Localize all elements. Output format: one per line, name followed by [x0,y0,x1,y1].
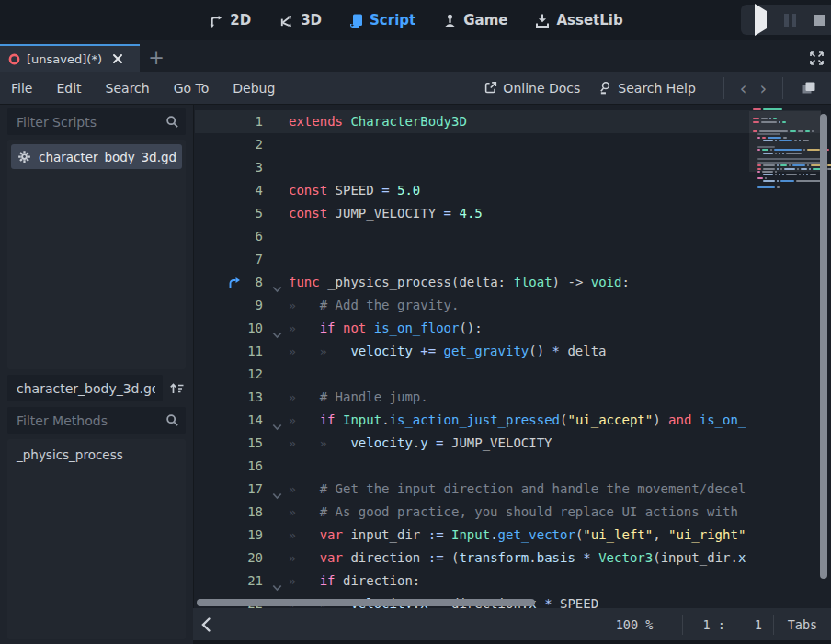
minimap-line-pill [763,140,773,141]
indent-mode-button[interactable]: Tabs [774,617,831,632]
minimap-line-pill [784,168,795,170]
menu-edit[interactable]: Edit [56,81,94,96]
code-line-16: 16 [195,455,750,478]
minimap-line-pill [777,180,779,182]
token-kw: extends [289,114,350,129]
minimap-line-pill [753,130,757,132]
menu-file[interactable]: File [11,81,45,96]
minimap-line-pill [762,171,773,173]
workspace-label: AssetLib [556,12,622,28]
minimap-line-pill [812,130,814,132]
menu-search[interactable]: Search [106,81,163,96]
distraction-free-icon[interactable] [809,51,825,70]
search-help-button[interactable]: Search Help [598,81,695,96]
workspace-label: Game [463,12,507,28]
token-base: SPEED [336,183,382,198]
code-line-20: 20»var direction := (transform.basis * V… [195,547,750,570]
tab-label: [unsaved](*) [27,52,102,66]
token-type: CharacterBody3D [350,114,466,129]
scripts-panel-toggle-icon[interactable] [792,80,824,96]
script-list-item[interactable]: character_body_3d.gd [11,144,182,169]
minimap-line-pill [807,149,821,151]
token-base: . [413,435,420,450]
token-type: Vector3 [598,550,653,565]
history-back-icon[interactable]: ‹ [734,78,754,98]
sort-scripts-icon[interactable] [166,377,188,400]
token-base: . [730,550,737,565]
token-base: , [653,527,668,542]
minimap-line-pill [757,177,762,179]
minimap-line-pill [827,168,831,170]
method-list-item[interactable]: _physics_process [7,439,186,466]
token-base: () [529,344,552,358]
minimap-line-pill [763,180,776,182]
code-text: »# Get the input direction and handle th… [289,478,746,501]
token-base: : [413,573,420,588]
history-forward-icon[interactable]: › [753,78,773,98]
code-text: »# As good practice, you should replace … [289,501,738,524]
menu-debug[interactable]: Debug [233,81,288,96]
script-path-field[interactable] [7,375,163,401]
minimap-line-pill [807,164,809,166]
script-name: character_body_3d.gd [39,150,176,164]
minimap-line-pill [765,177,767,179]
tab-indent-marker: » [289,547,320,570]
editor-zoom-value[interactable]: 100 % [586,617,682,632]
token-kw: const [289,206,336,220]
tab-indent-marker: » [289,570,320,593]
vertical-scrollbar[interactable] [820,114,827,579]
token-member: x [738,550,746,565]
token-base: ) [653,412,668,427]
menu-go-to[interactable]: Go To [174,81,222,96]
tab-indent-marker: » [289,478,320,501]
token-base: delta [567,344,606,358]
token-base: JUMP_VELOCITY [451,435,552,450]
filter-methods-input[interactable] [7,407,186,434]
tab-close-icon[interactable] [112,53,123,64]
token-op: * [552,344,568,358]
editor-status-bar: 100 % 1 : 1 Tabs [193,608,831,640]
workspace-tab-2d[interactable]: 2D [208,12,251,28]
token-str: "ui_accept" [567,412,653,427]
collapse-sidebar-chevron-icon[interactable] [200,616,212,633]
code-line-12: 12 [195,363,750,386]
minimap-line-pill [803,149,805,151]
minimap-line-pill [757,168,761,170]
workspace-tab-script[interactable]: Script [349,12,416,28]
tab-indent-marker: » [289,317,320,340]
play-button[interactable] [755,11,767,28]
tab-unsaved-script[interactable]: [unsaved](*) [0,44,140,72]
code-editor[interactable]: 1extends CharacterBody3D234const SPEED =… [193,105,831,608]
new-script-tab-button[interactable]: + [145,48,167,70]
code-line-17: 17»# Get the input direction and handle … [195,478,750,501]
online-docs-button[interactable]: Online Docs [484,81,580,96]
caret-column: 1 [725,617,762,632]
token-base: ( [653,550,660,565]
minimap-line-pill [761,121,778,123]
minimap-line-pill [779,153,780,154]
minimap-line-pill [757,186,775,188]
minimap-line-pill [827,164,831,166]
workspace-tab-game[interactable]: Game [443,12,507,28]
pause-button[interactable] [784,14,796,27]
minimap[interactable] [749,105,821,608]
stop-button[interactable] [814,15,825,26]
line-number: 9 [221,294,263,317]
filter-scripts-input[interactable] [7,108,186,135]
tab-indent-marker: » [320,432,351,455]
workspace-tab-3d[interactable]: 3D [279,12,322,28]
status-values: 100 % 1 : 1 Tabs [586,608,831,640]
horizontal-scrollbar[interactable] [197,599,535,606]
token-num: 5.0 [397,183,420,198]
minimap-line-pill [762,149,768,151]
minimap-line-pill [757,171,760,173]
minimap-line-pill [782,174,784,175]
3d-icon [279,13,294,28]
token-op: += [420,344,443,358]
workspace-tab-assetlib[interactable]: AssetLib [535,12,622,28]
minimap-line-pill [763,168,774,170]
token-kw: const [289,183,336,198]
online-docs-label: Online Docs [503,81,580,96]
code-line-15: 15»»velocity.y = JUMP_VELOCITY [195,432,750,455]
code-line-5: 5const JUMP_VELOCITY = 4.5 [195,202,750,225]
